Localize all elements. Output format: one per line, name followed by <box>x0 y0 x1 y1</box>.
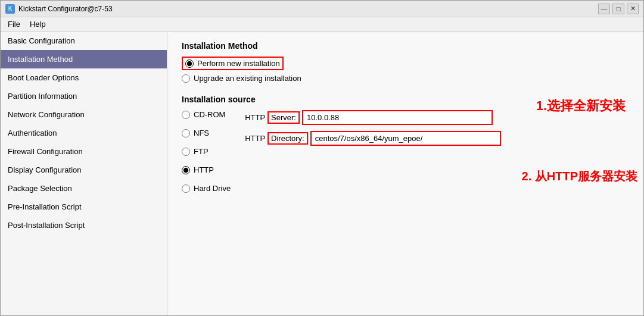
nfs-label: NFS <box>194 129 209 137</box>
http-dir-row: HTTP Directory: <box>245 131 501 146</box>
annotation-1: 1.选择全新安装 <box>536 97 626 115</box>
sidebar-item-display-configuration[interactable]: Display Configuration <box>1 161 167 179</box>
radio-row-hard-drive: Hard Drive <box>182 184 231 193</box>
annotation-2: 2. 从HTTP服务器安装 <box>522 168 637 184</box>
main-window: K Kickstart Configurator@c7-53 — □ ✕ Fil… <box>0 0 644 316</box>
radio-row-http: HTTP <box>182 165 231 174</box>
menu-bar: File Help <box>1 17 643 32</box>
http-server-prefix: HTTP <box>245 113 265 122</box>
main-panel: 1.选择全新安装 Installation Method Perform new… <box>167 32 643 315</box>
radio-http[interactable] <box>182 166 190 174</box>
http-dir-input[interactable] <box>310 131 501 146</box>
radio-nfs[interactable] <box>182 129 190 137</box>
http-label: HTTP <box>194 165 214 174</box>
sidebar-item-package-selection[interactable]: Package Selection <box>1 179 167 198</box>
menu-help[interactable]: Help <box>25 18 51 30</box>
http-server-label: Server: <box>267 111 300 124</box>
sidebar-item-boot-loader-options[interactable]: Boot Loader Options <box>1 68 167 87</box>
http-server-input[interactable] <box>302 110 493 125</box>
cdrom-label: CD-ROM <box>194 110 225 119</box>
radio-row-ftp: FTP <box>182 147 231 156</box>
sidebar-item-partition-information[interactable]: Partition Information <box>1 87 167 105</box>
sidebar-item-network-configuration[interactable]: Network Configuration <box>1 105 167 124</box>
close-button[interactable]: ✕ <box>627 4 639 14</box>
sidebar-item-installation-method[interactable]: Installation Method <box>1 50 167 68</box>
http-server-row: HTTP Server: <box>245 110 501 125</box>
sidebar-item-basic-configuration[interactable]: Basic Configuration <box>1 32 167 50</box>
sidebar-item-post-installation-script[interactable]: Post-Installation Script <box>1 216 167 234</box>
sidebar: Basic Configuration Installation Method … <box>1 32 167 315</box>
app-icon: K <box>5 4 15 14</box>
radio-row-nfs: NFS <box>182 129 231 137</box>
http-dir-label: Directory: <box>267 132 308 145</box>
menu-file[interactable]: File <box>3 18 25 30</box>
sidebar-item-firewall-configuration[interactable]: Firewall Configuration <box>1 142 167 161</box>
maximize-button[interactable]: □ <box>612 4 624 14</box>
hard-drive-label: Hard Drive <box>194 184 231 193</box>
installation-method-title: Installation Method <box>182 41 629 51</box>
window-title: Kickstart Configurator@c7-53 <box>18 5 113 13</box>
ftp-label: FTP <box>194 147 209 156</box>
sidebar-item-authentication[interactable]: Authentication <box>1 124 167 142</box>
upgrade-label: Upgrade an existing installation <box>194 74 301 83</box>
source-radio-group: CD-ROM NFS FTP HTTP <box>182 110 231 196</box>
minimize-button[interactable]: — <box>598 4 610 14</box>
radio-new-installation[interactable] <box>185 60 194 68</box>
content-area: Basic Configuration Installation Method … <box>1 32 643 315</box>
new-installation-highlight: Perform new installation <box>182 57 284 70</box>
installation-method-options: Perform new installation Upgrade an exis… <box>182 57 629 83</box>
radio-upgrade[interactable] <box>182 74 190 83</box>
radio-ftp[interactable] <box>182 148 190 156</box>
sidebar-item-pre-installation-script[interactable]: Pre-Installation Script <box>1 198 167 216</box>
radio-row-new-installation: Perform new installation <box>182 57 629 70</box>
new-installation-label: Perform new installation <box>197 59 280 68</box>
radio-row-upgrade: Upgrade an existing installation <box>182 74 629 83</box>
title-bar-left: K Kickstart Configurator@c7-53 <box>5 4 113 14</box>
window-controls: — □ ✕ <box>598 4 639 14</box>
http-dir-prefix: HTTP <box>245 134 265 143</box>
radio-cdrom[interactable] <box>182 111 190 119</box>
radio-row-cdrom: CD-ROM <box>182 110 231 119</box>
http-fields: HTTP Server: HTTP Directory: <box>245 110 501 146</box>
radio-hard-drive[interactable] <box>182 184 190 193</box>
title-bar: K Kickstart Configurator@c7-53 — □ ✕ <box>1 1 643 17</box>
